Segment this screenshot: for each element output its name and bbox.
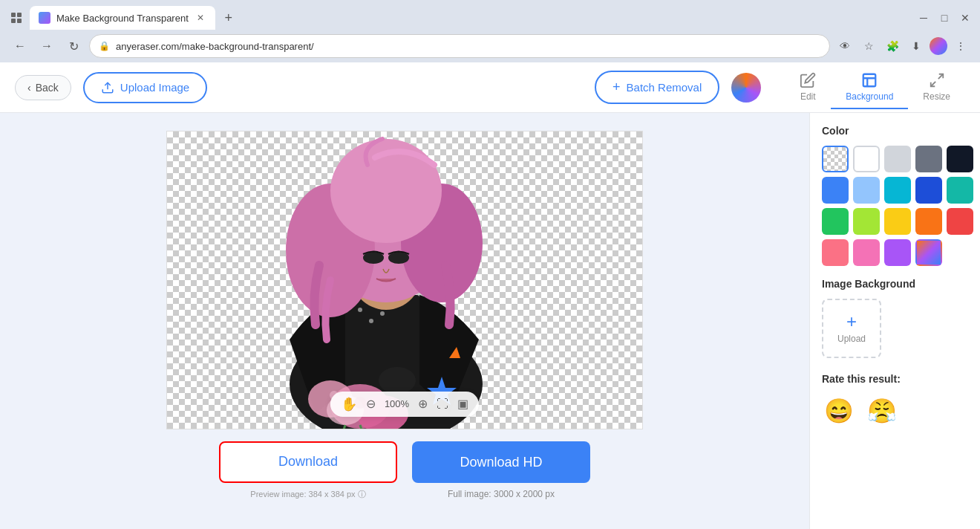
color-swatch-pink[interactable] <box>853 239 880 266</box>
app-container: ‹ Back Upload Image + Batch Removal Edit… <box>0 62 980 529</box>
svg-point-20 <box>363 252 384 264</box>
zoom-level: 100% <box>385 398 409 409</box>
bottom-bar: Download Preview image: 384 x 384 px ⓘ D… <box>204 429 605 512</box>
emoji-row: 😄 😤 <box>822 394 968 428</box>
tab-switcher[interactable] <box>6 7 27 28</box>
download-hd-button[interactable]: Download HD <box>412 441 590 483</box>
tab-title: Make Background Transparent <box>56 13 189 24</box>
svg-rect-5 <box>863 74 876 86</box>
color-swatch-white[interactable] <box>853 146 880 172</box>
browser-chrome: Make Background Transparent ✕ + ─ □ ✕ ← … <box>0 0 980 62</box>
color-swatch-yellow[interactable] <box>884 208 911 235</box>
image-background-section: Image Background + Upload <box>822 278 968 358</box>
forward-nav-button[interactable]: → <box>36 35 58 57</box>
right-panel: Color <box>809 113 980 529</box>
svg-rect-2 <box>11 19 16 23</box>
canvas-area: ✋ ⊖ 100% ⊕ ⛶ ▣ Download Preview image: 3… <box>0 113 809 529</box>
user-avatar[interactable] <box>731 73 761 103</box>
upload-icon <box>101 81 114 94</box>
address-bar[interactable]: 🔒 anyeraser.com/make-background-transpar… <box>89 34 830 58</box>
maximize-button[interactable]: □ <box>935 9 953 27</box>
tab-resize-label: Resize <box>923 91 950 102</box>
svg-point-22 <box>379 367 416 394</box>
batch-removal-button[interactable]: + Batch Removal <box>595 71 719 104</box>
menu-icon[interactable]: ⋮ <box>950 36 971 56</box>
angry-emoji-button[interactable]: 😤 <box>865 394 899 428</box>
tool-tabs: Edit Background Resize <box>785 66 965 109</box>
happy-emoji-button[interactable]: 😄 <box>822 394 856 428</box>
split-view-icon[interactable]: ▣ <box>457 397 468 411</box>
tab-close-button[interactable]: ✕ <box>195 12 206 24</box>
svg-point-10 <box>358 308 362 312</box>
back-button[interactable]: ‹ Back <box>15 75 71 100</box>
tab-background[interactable]: Background <box>831 66 908 109</box>
tab-edit-label: Edit <box>800 91 816 102</box>
download-browser-icon[interactable]: ⬇ <box>906 36 927 56</box>
color-section-title: Color <box>822 125 968 137</box>
color-swatch-red[interactable] <box>947 208 973 235</box>
image-bg-title: Image Background <box>822 278 968 290</box>
zoom-controls: ✋ ⊖ 100% ⊕ ⛶ ▣ <box>330 392 479 417</box>
resize-icon <box>929 72 945 88</box>
color-swatch-navy[interactable] <box>915 177 942 204</box>
extension-icon[interactable]: 🧩 <box>882 36 903 56</box>
color-swatch-cyan[interactable] <box>884 177 911 204</box>
download-button[interactable]: Download <box>219 441 397 483</box>
color-swatch-orange[interactable] <box>915 208 942 235</box>
toolbar: ‹ Back Upload Image + Batch Removal Edit… <box>0 62 980 113</box>
background-icon <box>861 72 878 88</box>
preview-info: Preview image: 384 x 384 px ⓘ <box>250 489 365 500</box>
svg-rect-1 <box>17 13 22 17</box>
svg-rect-0 <box>11 13 16 17</box>
fullscreen-button[interactable]: ⛶ <box>437 397 448 411</box>
minimize-button[interactable]: ─ <box>915 9 932 27</box>
color-swatch-teal[interactable] <box>947 177 973 204</box>
svg-line-6 <box>938 74 942 78</box>
upload-image-button[interactable]: Upload Image <box>83 72 207 103</box>
zoom-out-button[interactable]: ⊖ <box>366 397 376 411</box>
rate-section: Rate this result: 😄 😤 <box>822 373 968 428</box>
close-button[interactable]: ✕ <box>956 9 974 27</box>
svg-line-7 <box>930 81 935 85</box>
color-swatch-rose[interactable] <box>822 239 849 266</box>
svg-point-12 <box>380 311 385 316</box>
eye-icon[interactable]: 👁 <box>834 36 855 56</box>
upload-bg-label: Upload <box>837 334 866 344</box>
reload-button[interactable]: ↻ <box>62 35 85 57</box>
color-swatch-black[interactable] <box>947 146 973 172</box>
subject-image <box>167 132 642 429</box>
zoom-in-button[interactable]: ⊕ <box>418 397 428 411</box>
upload-image-label: Upload Image <box>120 81 189 94</box>
color-swatch-sky[interactable] <box>853 177 880 204</box>
color-swatch-gray[interactable] <box>915 146 942 172</box>
color-swatch-blue[interactable] <box>822 177 849 204</box>
color-swatch-transparent[interactable] <box>822 146 849 172</box>
star-icon[interactable]: ☆ <box>858 36 879 56</box>
rate-title: Rate this result: <box>822 373 968 385</box>
profile-avatar[interactable] <box>930 37 947 55</box>
color-swatch-purple[interactable] <box>884 239 911 266</box>
active-tab[interactable]: Make Background Transparent ✕ <box>30 6 215 30</box>
batch-removal-label: Batch Removal <box>627 81 702 94</box>
tab-favicon <box>39 12 50 24</box>
main-content: ✋ ⊖ 100% ⊕ ⛶ ▣ Download Preview image: 3… <box>0 113 980 529</box>
plus-icon: + <box>612 79 621 95</box>
color-swatch-gradient[interactable] <box>915 239 942 266</box>
color-swatch-green[interactable] <box>822 208 849 235</box>
color-swatch-lightgray[interactable] <box>884 146 911 172</box>
new-tab-button[interactable]: + <box>218 7 239 28</box>
svg-rect-3 <box>17 19 22 23</box>
browser-action-icons: 👁 ☆ 🧩 ⬇ ⋮ <box>834 36 971 56</box>
svg-point-11 <box>369 319 373 323</box>
pan-tool-icon[interactable]: ✋ <box>341 396 357 412</box>
image-container[interactable]: ✋ ⊖ 100% ⊕ ⛶ ▣ <box>166 131 643 429</box>
back-nav-button[interactable]: ← <box>9 35 31 57</box>
upload-background-button[interactable]: + Upload <box>822 299 881 358</box>
color-swatch-lime[interactable] <box>853 208 880 235</box>
tab-resize[interactable]: Resize <box>908 66 965 109</box>
window-controls: ─ □ ✕ <box>915 9 974 27</box>
svg-point-21 <box>388 252 409 264</box>
tab-edit[interactable]: Edit <box>785 66 831 109</box>
tab-background-label: Background <box>846 91 893 102</box>
url-text: anyeraser.com/make-background-transparen… <box>116 41 820 52</box>
